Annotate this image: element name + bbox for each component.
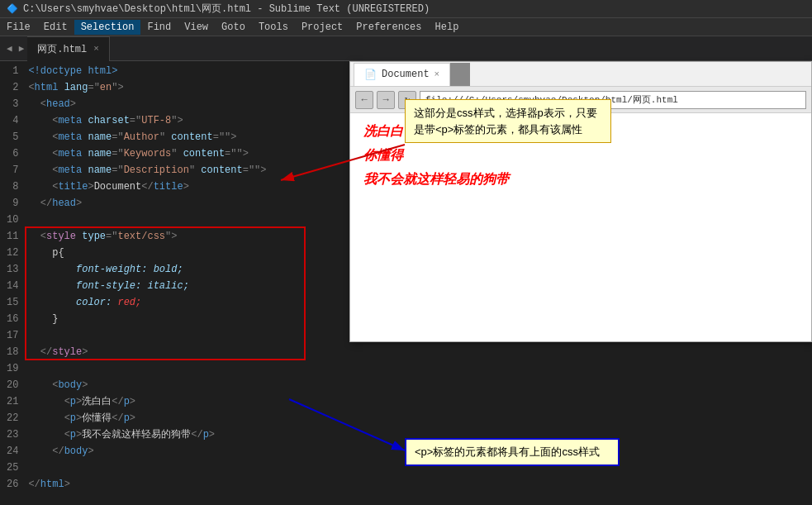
line-numbers: 1 2 3 4 5 6 7 8 9 10 11 12 13 14 15 16 1… xyxy=(0,61,25,505)
code-line-18: </style> xyxy=(28,344,809,360)
menu-goto[interactable]: Goto xyxy=(215,20,252,35)
callout-bottom-text: <p>标签的元素都将具有上面的css样式 xyxy=(415,445,600,458)
code-line-21: <p>洗白白</p> xyxy=(28,393,809,410)
browser-forward-button[interactable]: → xyxy=(377,91,395,109)
title-bar: 🔷 C:\Users\smyhvae\Desktop\html\网页.html … xyxy=(0,0,812,18)
file-tab[interactable]: 网页.html × xyxy=(27,36,110,61)
tab-filename: 网页.html xyxy=(37,42,87,56)
code-line-22: <p>你懂得</p> xyxy=(28,410,809,426)
menu-help[interactable]: Help xyxy=(429,20,466,35)
menu-find[interactable]: Find xyxy=(140,20,178,35)
menu-edit[interactable]: Edit xyxy=(37,20,74,35)
browser-p3: 我不会就这样轻易的狗带 xyxy=(363,171,798,188)
menu-view[interactable]: View xyxy=(178,20,215,35)
menu-file[interactable]: File xyxy=(0,20,37,35)
menu-bar: File Edit Selection Find View Goto Tools… xyxy=(0,18,812,36)
code-line-20: <body> xyxy=(28,377,809,393)
browser-back-button[interactable]: ← xyxy=(355,91,373,109)
callout-text: 这部分是css样式，选择器p表示，只要是带<p>标签的元素，都具有该属性 xyxy=(414,107,597,136)
title-text: C:\Users\smyhvae\Desktop\html\网页.html - … xyxy=(23,2,430,16)
browser-tab[interactable]: 📄 Document × xyxy=(354,63,450,86)
browser-p2: 你懂得 xyxy=(363,147,798,164)
nav-next-icon[interactable]: ▶ xyxy=(16,43,28,54)
menu-preferences[interactable]: Preferences xyxy=(349,20,428,35)
browser-tab-close-icon[interactable]: × xyxy=(434,69,440,79)
tab-bar: ◀ ▶ 网页.html × xyxy=(0,36,812,61)
browser-tab-bar: 📄 Document × xyxy=(350,62,811,87)
menu-tools[interactable]: Tools xyxy=(252,20,295,35)
code-line-19 xyxy=(28,360,809,377)
callout-p-explanation: <p>标签的元素都将具有上面的css样式 xyxy=(405,438,620,466)
tab-close-icon[interactable]: × xyxy=(93,44,99,54)
callout-css-explanation: 这部分是css样式，选择器p表示，只要是带<p>标签的元素，都具有该属性 xyxy=(405,99,611,143)
browser-doc-icon: 📄 xyxy=(364,69,377,81)
app-icon: 🔷 xyxy=(7,3,18,14)
menu-selection[interactable]: Selection xyxy=(74,20,141,35)
browser-tab-title: Document xyxy=(382,69,430,80)
browser-new-tab[interactable] xyxy=(450,63,470,86)
code-line-26: </html> xyxy=(28,476,809,493)
menu-project[interactable]: Project xyxy=(295,20,349,35)
nav-prev-icon[interactable]: ◀ xyxy=(3,43,16,54)
